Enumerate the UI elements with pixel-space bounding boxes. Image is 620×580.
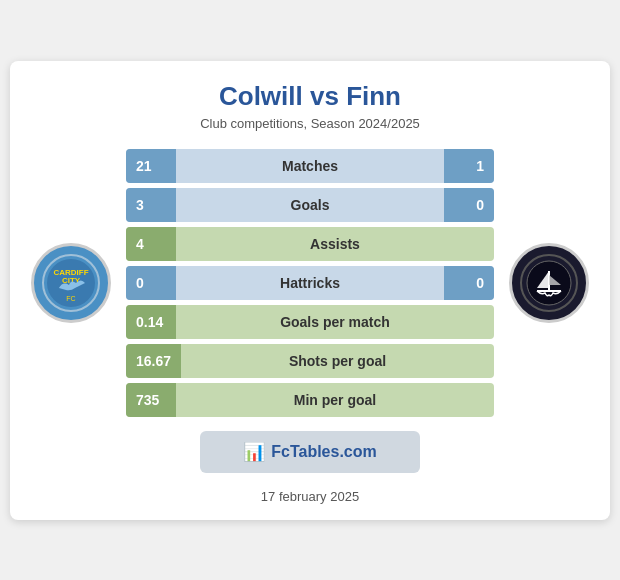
stat-row-assists: 4 Assists <box>126 227 494 261</box>
hattricks-right-value: 0 <box>444 266 494 300</box>
left-team-logo: CARDIFF CITY FC <box>26 243 116 323</box>
goals-left-value: 3 <box>126 188 176 222</box>
stat-row-goals: 3 Goals 0 <box>126 188 494 222</box>
footer-date: 17 february 2025 <box>261 489 359 504</box>
plymouth-svg <box>519 253 579 313</box>
goals-right-value: 0 <box>444 188 494 222</box>
cardiff-logo: CARDIFF CITY FC <box>31 243 111 323</box>
shots-per-goal-label: Shots per goal <box>181 353 494 369</box>
hattricks-left-value: 0 <box>126 266 176 300</box>
stats-area: 21 Matches 1 3 Goals 0 4 Assists 0 Hattr… <box>126 149 494 417</box>
stat-row-hattricks: 0 Hattricks 0 <box>126 266 494 300</box>
min-per-goal-left-value: 735 <box>126 383 176 417</box>
plymouth-logo <box>509 243 589 323</box>
footer-area: 📊 FcTables.com 17 february 2025 <box>26 417 594 504</box>
goals-per-match-left-value: 0.14 <box>126 305 176 339</box>
goals-per-match-label: Goals per match <box>176 314 494 330</box>
page-title: Colwill vs Finn <box>26 81 594 112</box>
assists-label: Assists <box>176 236 494 252</box>
comparison-card: Colwill vs Finn Club competitions, Seaso… <box>10 61 610 520</box>
matches-label: Matches <box>176 158 444 174</box>
stat-row-goals-per-match: 0.14 Goals per match <box>126 305 494 339</box>
content-area: CARDIFF CITY FC 21 Matches 1 3 Goals 0 <box>26 149 594 417</box>
right-team-logo <box>504 243 594 323</box>
svg-text:FC: FC <box>66 295 75 302</box>
matches-left-value: 21 <box>126 149 176 183</box>
fctables-banner: 📊 FcTables.com <box>200 431 420 473</box>
assists-left-value: 4 <box>126 227 176 261</box>
subtitle: Club competitions, Season 2024/2025 <box>26 116 594 131</box>
matches-right-value: 1 <box>444 149 494 183</box>
min-per-goal-label: Min per goal <box>176 392 494 408</box>
goals-label: Goals <box>176 197 444 213</box>
stat-row-min-per-goal: 735 Min per goal <box>126 383 494 417</box>
fctables-icon: 📊 <box>243 441 265 463</box>
fctables-text: FcTables.com <box>271 443 377 461</box>
cardiff-svg: CARDIFF CITY FC <box>41 253 101 313</box>
shots-per-goal-left-value: 16.67 <box>126 344 181 378</box>
stat-row-shots-per-goal: 16.67 Shots per goal <box>126 344 494 378</box>
stat-row-matches: 21 Matches 1 <box>126 149 494 183</box>
hattricks-label: Hattricks <box>176 275 444 291</box>
